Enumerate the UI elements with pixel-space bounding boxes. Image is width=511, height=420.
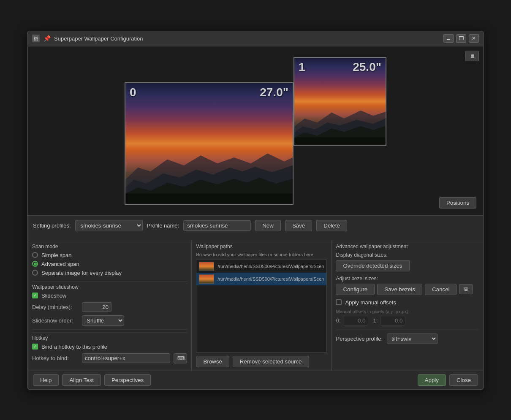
profile-select[interactable]: smokies-sunrise <box>75 220 143 231</box>
browse-row: Browse Remove selected source <box>196 356 327 367</box>
delay-label: Delay (minutes): <box>32 304 79 310</box>
perspective-row: Perspective profile: tilt+swiv none tilt… <box>336 330 479 344</box>
titlebar: 🖼 📌 Superpaper Wallpaper Configuration 🗕… <box>28 31 483 46</box>
hotkey-record-button[interactable]: ⌨ <box>174 353 187 363</box>
monitor-0[interactable]: 0 27.0" <box>125 82 294 205</box>
pin-icon[interactable]: 📌 <box>43 35 51 42</box>
radio-simple-label: Simple span <box>41 252 72 258</box>
advanced-title: Advanced wallpaper adjustment <box>336 244 479 249</box>
radio-advanced-label: Advanced span <box>41 261 79 267</box>
radio-separate-span[interactable]: Separate image for every display <box>32 270 187 276</box>
svg-rect-3 <box>125 194 293 204</box>
span-mode-radio-group: Simple span Advanced span Separate image… <box>32 252 187 276</box>
svg-rect-7 <box>294 137 386 144</box>
profile-name-input[interactable] <box>183 220 251 231</box>
wallpaper-thumb-0 <box>199 262 214 271</box>
configure-button[interactable]: Configure <box>336 284 375 295</box>
perspectives-button[interactable]: Perspectives <box>104 374 151 386</box>
close-button[interactable]: Close <box>449 374 478 386</box>
bezel-label: Adjust bezel sizes: <box>336 276 479 282</box>
wallpaper-list[interactable]: /run/media/henri/SSD500/Pictures/Wallpap… <box>196 260 327 352</box>
align-test-button[interactable]: Align Test <box>62 374 101 386</box>
slideshow-toggle[interactable]: Slideshow <box>32 293 187 299</box>
slideshow-title: Wallpaper slideshow <box>32 281 187 290</box>
delay-row: Delay (minutes): <box>32 302 187 312</box>
display-section: Display diagonal sizes: Override detecte… <box>336 252 479 271</box>
profile-row: Setting profiles: smokies-sunrise Profil… <box>33 220 478 231</box>
bezel-row: Configure Save bezels Cancel 🖥 <box>336 284 479 295</box>
manual-offset-checkbox <box>336 299 342 305</box>
bezel-section: Adjust bezel sizes: Configure Save bezel… <box>336 276 479 295</box>
wallpaper-item-0[interactable]: /run/media/henri/SSD500/Pictures/Wallpap… <box>196 260 326 273</box>
wallpaper-path-1: /run/media/henri/SSD500/Pictures/Wallpap… <box>217 276 324 282</box>
order-select[interactable]: Shuffle Alphabetical Random <box>82 315 124 326</box>
order-label: Slideshow order: <box>32 317 79 324</box>
main-window: 🖼 📌 Superpaper Wallpaper Configuration 🗕… <box>27 31 484 390</box>
close-window-button[interactable]: ✕ <box>469 34 479 43</box>
hotkey-bind-label: Bind a hotkey to this profile <box>41 344 107 350</box>
restore-button[interactable]: 🗖 <box>456 34 466 43</box>
bezel-icon-button[interactable]: 🖥 <box>459 284 473 294</box>
delete-button[interactable]: Delete <box>316 220 347 231</box>
new-button[interactable]: New <box>255 220 281 231</box>
offset-0-input <box>343 316 368 325</box>
bottom-right-buttons: Apply Close <box>418 374 478 386</box>
profile-name-label: Profile name: <box>147 222 179 229</box>
col-left: Span mode Simple span Advanced span Sepa… <box>28 240 192 371</box>
three-col-layout: Span mode Simple span Advanced span Sepa… <box>28 240 483 371</box>
monitors-container: 0 27.0" 1 25.0" <box>125 57 386 205</box>
col-right: Advanced wallpaper adjustment Display di… <box>332 240 483 371</box>
manual-offset-section: Apply manual offsets Manual offsets in p… <box>336 299 479 325</box>
monitor-0-size: 27.0" <box>260 86 288 99</box>
offset-0-label: 0: <box>336 317 342 324</box>
remove-source-button[interactable]: Remove selected source <box>233 356 309 367</box>
override-sizes-button[interactable]: Override detected sizes <box>336 260 409 271</box>
monitor-0-label: 0 <box>130 86 136 99</box>
offsets-hint: Manual offsets in pixels (x,y=px,px): <box>336 309 479 314</box>
col-middle: Wallpaper paths Browse to add your wallp… <box>192 240 332 371</box>
window-title: Superpaper Wallpaper Configuration <box>54 35 143 42</box>
wallpaper-item-1[interactable]: /run/media/henri/SSD500/Pictures/Wallpap… <box>196 273 326 285</box>
slideshow-label: Slideshow <box>41 293 66 299</box>
hotkey-input[interactable] <box>82 353 170 363</box>
titlebar-left: 🖼 📌 Superpaper Wallpaper Configuration <box>32 35 143 42</box>
save-bezels-button[interactable]: Save bezels <box>377 284 422 295</box>
monitor-1[interactable]: 1 25.0" <box>294 57 386 146</box>
perspective-select[interactable]: tilt+swiv none tilt swivel <box>387 333 438 344</box>
hotkey-title: Hotkey <box>32 332 187 341</box>
radio-simple-span[interactable]: Simple span <box>32 252 187 258</box>
slideshow-checkbox <box>32 293 38 298</box>
wallpaper-browse-hint: Browse to add your wallpaper files or so… <box>196 252 327 257</box>
hotkey-checkbox <box>32 344 38 350</box>
bottom-bar: Help Align Test Perspectives Apply Close <box>28 371 483 389</box>
bottom-left-buttons: Help Align Test Perspectives <box>33 374 151 386</box>
hotkey-toggle[interactable]: Bind a hotkey to this profile <box>32 344 187 350</box>
hotkey-key-label: Hotkey to bind: <box>32 355 79 361</box>
cancel-bezel-button[interactable]: Cancel <box>425 284 457 295</box>
save-button[interactable]: Save <box>285 220 312 231</box>
hotkey-section: Hotkey Bind a hotkey to this profile Hot… <box>32 329 187 363</box>
browse-button[interactable]: Browse <box>196 356 229 367</box>
apply-button[interactable]: Apply <box>418 374 446 386</box>
titlebar-controls: 🗕 🗖 ✕ <box>443 34 479 43</box>
preview-area: 0 27.0" 1 25.0" Positions 🖥 <box>28 46 483 215</box>
positions-button[interactable]: Positions <box>439 197 476 209</box>
monitor-1-label: 1 <box>299 60 305 74</box>
app-icon: 🖼 <box>32 35 40 42</box>
manual-offset-label: Apply manual offsets <box>345 299 396 306</box>
radio-separate-label: Separate image for every display <box>41 270 122 276</box>
manual-offset-toggle[interactable]: Apply manual offsets <box>336 299 479 306</box>
wallpaper-paths-title: Wallpaper paths <box>196 244 327 249</box>
radio-advanced-span[interactable]: Advanced span <box>32 261 187 267</box>
delay-input[interactable] <box>82 302 111 312</box>
order-row: Slideshow order: Shuffle Alphabetical Ra… <box>32 315 187 326</box>
help-button[interactable]: Help <box>33 374 59 386</box>
hotkey-row: Hotkey to bind: ⌨ <box>32 353 187 363</box>
radio-advanced-circle <box>32 261 38 267</box>
perspective-label: Perspective profile: <box>336 336 383 342</box>
minimize-button[interactable]: 🗕 <box>443 34 454 43</box>
profile-area: Setting profiles: smokies-sunrise Profil… <box>28 215 483 240</box>
span-mode-title: Span mode <box>32 244 187 249</box>
preview-icon-button[interactable]: 🖥 <box>465 51 479 61</box>
display-sizes-label: Display diagonal sizes: <box>336 252 479 258</box>
